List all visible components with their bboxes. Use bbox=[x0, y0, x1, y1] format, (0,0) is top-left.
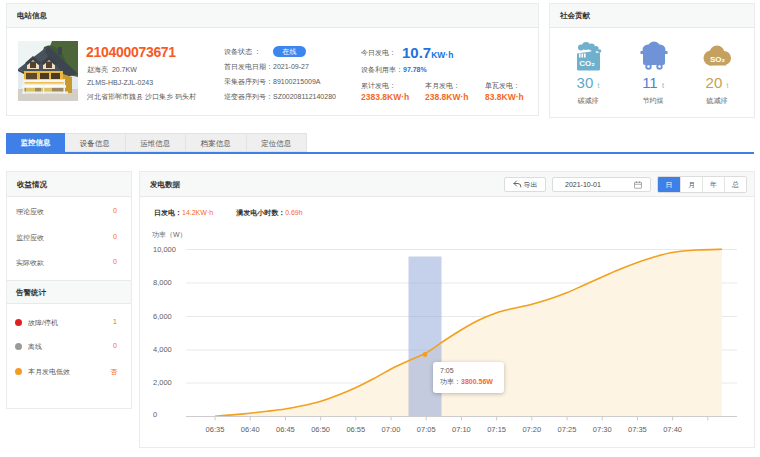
svg-text:0: 0 bbox=[153, 410, 157, 419]
svg-text:06:50: 06:50 bbox=[311, 425, 330, 434]
svg-text:06:40: 06:40 bbox=[241, 425, 260, 434]
svg-text:07:00: 07:00 bbox=[382, 425, 401, 434]
svg-text:07:10: 07:10 bbox=[452, 425, 471, 434]
svg-text:07:05: 07:05 bbox=[417, 425, 436, 434]
svg-text:07:15: 07:15 bbox=[487, 425, 506, 434]
svg-text:07:30: 07:30 bbox=[593, 425, 612, 434]
svg-text:07:40: 07:40 bbox=[663, 425, 682, 434]
svg-text:07:20: 07:20 bbox=[522, 425, 541, 434]
svg-text:07:25: 07:25 bbox=[558, 425, 577, 434]
svg-text:6,000: 6,000 bbox=[153, 312, 172, 321]
svg-text:10,000: 10,000 bbox=[153, 245, 176, 254]
svg-text:06:55: 06:55 bbox=[346, 425, 365, 434]
svg-text:2,000: 2,000 bbox=[153, 378, 172, 387]
svg-text:4,000: 4,000 bbox=[153, 345, 172, 354]
svg-text:06:35: 06:35 bbox=[206, 425, 225, 434]
svg-text:07:35: 07:35 bbox=[628, 425, 647, 434]
svg-text:06:45: 06:45 bbox=[276, 425, 295, 434]
svg-text:8,000: 8,000 bbox=[153, 278, 172, 287]
